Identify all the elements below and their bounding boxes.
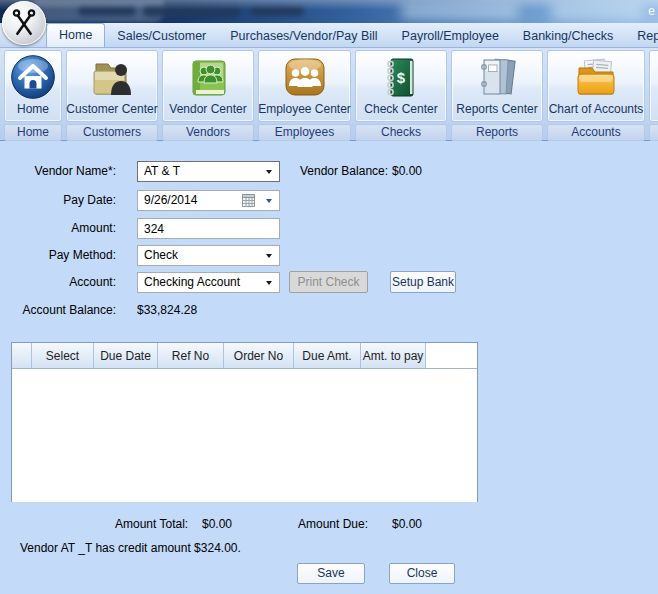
amount-due-value: $0.00	[392, 517, 422, 531]
ribbon-group-label-home: Home	[4, 124, 62, 141]
check-center-button[interactable]: $ Check Center	[355, 50, 447, 122]
blurred-title-text	[78, 6, 136, 16]
vendor-name-select[interactable]: AT & T	[137, 161, 280, 182]
ribbon-group-label-vendors: Vendors	[162, 124, 254, 141]
blurred-title-text	[143, 5, 240, 17]
tab-sales-customer[interactable]: Sales/Customer	[105, 25, 218, 47]
print-check-button[interactable]: Print Check	[289, 271, 368, 293]
blurred-title-text	[250, 6, 304, 16]
vendor-balance-label: Vendor Balance:	[300, 161, 388, 182]
checkbook-icon: $	[377, 53, 425, 101]
chevron-down-icon	[266, 170, 272, 174]
column-header-filler	[426, 343, 477, 368]
ribbon-group-customers: Customer Center Customers	[66, 50, 158, 141]
amount-total-value: $0.00	[202, 517, 232, 531]
account-balance-value: $33,824.28	[137, 300, 197, 321]
titlebar-sheen	[400, 4, 520, 19]
column-header-due-amt[interactable]: Due Amt.	[294, 343, 361, 368]
column-header-ref-no[interactable]: Ref No	[158, 343, 224, 368]
ribbon-group-employees: Employee Center Employees	[258, 50, 351, 141]
reports-center-label: Reports Center	[456, 102, 537, 116]
column-header-amt-to-pay[interactable]: Amt. to pay	[361, 343, 426, 368]
account-label: Account:	[0, 272, 116, 293]
reports-binders-icon	[473, 53, 521, 101]
chart-of-accounts-label: Chart of Accounts	[549, 102, 644, 116]
column-header-order-no[interactable]: Order No	[224, 343, 294, 368]
ribbon-group-label-employees: Employees	[258, 124, 351, 141]
ribbon-group-vendors: Vendor Center Vendors	[162, 50, 254, 141]
employee-center-button[interactable]: Employee Center	[258, 50, 351, 122]
amount-total-label: Amount Total:	[115, 517, 188, 531]
close-button[interactable]: Close	[389, 563, 455, 584]
account-balance-label: Account Balance:	[0, 300, 116, 321]
pay-date-label: Pay Date:	[0, 190, 116, 211]
customer-center-label: Customer Center	[66, 102, 157, 116]
ribbon-group-label-reports: Reports	[451, 124, 543, 141]
employee-center-label: Employee Center	[258, 102, 351, 116]
home-icon	[9, 53, 57, 101]
chart-of-accounts-button[interactable]: Chart of Accounts	[547, 50, 645, 122]
tab-purchases-vendor-pay-bill[interactable]: Purchases/Vendor/Pay Bill	[218, 25, 389, 47]
employees-icon	[281, 53, 329, 101]
check-center-label: Check Center	[364, 102, 437, 116]
bills-table-body	[12, 369, 477, 502]
amount-due-label: Amount Due:	[298, 517, 368, 531]
customer-folder-icon	[88, 53, 136, 101]
svg-text:$: $	[397, 69, 406, 86]
chevron-down-icon	[266, 281, 272, 285]
bills-table-header: Select Due Date Ref No Order No Due Amt.…	[12, 343, 477, 369]
customer-center-button[interactable]: Customer Center	[66, 50, 158, 122]
ribbon-group-home: Home Home	[4, 50, 62, 141]
pay-method-label: Pay Method:	[0, 245, 116, 266]
bills-table: Select Due Date Ref No Order No Due Amt.…	[11, 342, 478, 502]
ribbon-group-checks: $ Check Center Checks	[355, 50, 447, 141]
vendor-center-button[interactable]: Vendor Center	[162, 50, 254, 122]
pay-method-select[interactable]: Check	[137, 245, 280, 266]
account-value: Checking Account	[144, 275, 240, 289]
app-logo-button[interactable]	[2, 1, 46, 45]
pay-method-value: Check	[144, 248, 178, 262]
column-header-due-date[interactable]: Due Date	[94, 343, 158, 368]
pay-bill-form: Vendor Name*: AT & T Vendor Balance: $0.…	[0, 143, 658, 594]
vendor-balance-value: $0.00	[392, 161, 422, 182]
save-button[interactable]: Save	[297, 563, 365, 584]
account-select[interactable]: Checking Account	[137, 272, 280, 293]
vendor-book-icon	[184, 53, 232, 101]
ribbon-partial-button[interactable]	[649, 50, 658, 122]
column-header-select[interactable]: Select	[32, 343, 94, 368]
vendor-name-label: Vendor Name*:	[0, 161, 116, 182]
ribbon-group-reports: Reports Center Reports	[451, 50, 543, 141]
ribbon-group-label-checks: Checks	[355, 124, 447, 141]
ribbon: Home Home Customer Center Customers	[0, 48, 658, 141]
app-logo-icon	[9, 7, 39, 39]
ribbon-group-accounts: Chart of Accounts Accounts	[547, 50, 645, 141]
reports-center-button[interactable]: Reports Center	[451, 50, 543, 122]
titlebar-sheen	[550, 3, 645, 20]
calendar-icon	[242, 194, 255, 213]
titlebar-text-fragment: e	[648, 4, 655, 18]
amount-label: Amount:	[0, 218, 116, 239]
ribbon-group-label-accounts: Accounts	[547, 124, 645, 141]
tab-home[interactable]: Home	[46, 23, 105, 47]
vendor-credit-message: Vendor AT _T has credit amount $324.00.	[20, 541, 241, 555]
titlebar: e	[0, 0, 658, 23]
tab-report[interactable]: Report	[625, 25, 658, 47]
setup-bank-button[interactable]: Setup Bank	[390, 271, 456, 293]
tab-banking-checks[interactable]: Banking/Checks	[511, 25, 625, 47]
accounts-folder-icon	[572, 53, 620, 101]
chevron-down-icon	[266, 254, 272, 258]
ribbon-group-label-customers: Customers	[66, 124, 158, 141]
chevron-down-icon	[266, 199, 272, 203]
ribbon-group-partial	[649, 50, 658, 141]
column-header-row-selector[interactable]	[12, 343, 32, 368]
vendor-name-value: AT & T	[144, 164, 180, 178]
ribbon-partial-strip	[649, 124, 658, 141]
tab-payroll-employee[interactable]: Payroll/Employee	[390, 25, 511, 47]
pay-date-value: 9/26/2014	[144, 193, 197, 207]
home-button-label: Home	[17, 102, 49, 116]
pay-date-picker[interactable]: 9/26/2014	[137, 190, 280, 211]
vendor-center-label: Vendor Center	[169, 102, 246, 116]
home-button[interactable]: Home	[4, 50, 62, 122]
amount-input[interactable]	[137, 218, 280, 239]
app-window: e Home Sales/Customer Purchases/Vendor/P…	[0, 0, 658, 594]
